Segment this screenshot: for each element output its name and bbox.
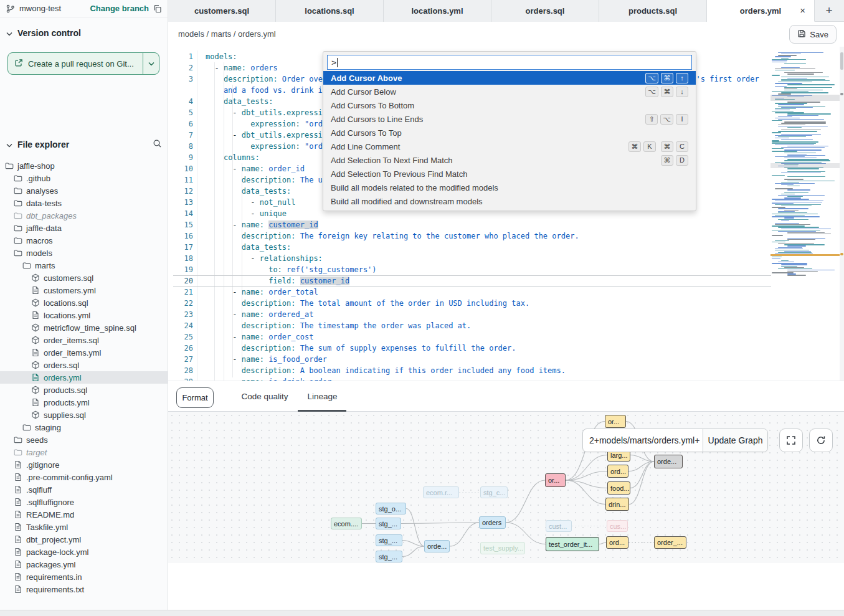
- code-line-23[interactable]: 23 - name: ordered_at: [173, 309, 771, 320]
- tab-locations.yml[interactable]: locations.yml: [384, 0, 491, 22]
- code-line-21[interactable]: 21 - name: order_total: [173, 287, 771, 298]
- tree-item-products.sql[interactable]: products.sql: [0, 384, 168, 396]
- code-line-19[interactable]: 19 to: ref('stg_customers'): [173, 264, 771, 275]
- tree-item-Taskfile.yml[interactable]: Taskfile.yml: [0, 521, 168, 533]
- tree-item-orders.yml[interactable]: orders.yml: [0, 371, 168, 384]
- tree-item-analyses[interactable]: analyses: [0, 184, 168, 197]
- lineage-node-stg1[interactable]: stg_...: [376, 518, 401, 529]
- command-item-add-selection-to-next-find-match[interactable]: Add Selection To Next Find Match⌘D: [323, 153, 696, 167]
- scrollbar-thumb[interactable]: [840, 52, 843, 70]
- lineage-node-drin[interactable]: drin...: [605, 498, 629, 511]
- tree-item-data-tests[interactable]: data-tests: [0, 197, 168, 209]
- horizontal-scrollbar-strip[interactable]: [0, 610, 844, 616]
- lineage-graph[interactable]: ecom....stg_o...stg_...stg_...stg_...ord…: [168, 412, 844, 563]
- tree-item-order_items.yml[interactable]: order_items.yml: [0, 346, 168, 359]
- code-line-24[interactable]: 24 description: The timestamp the order …: [173, 320, 771, 331]
- tree-item-staging[interactable]: staging: [0, 421, 168, 434]
- tab-locations.sql[interactable]: locations.sql: [276, 0, 384, 22]
- lineage-node-orp[interactable]: or...: [545, 473, 566, 487]
- command-item-add-cursors-to-line-ends[interactable]: Add Cursors to Line Ends⇧⌥I: [323, 112, 696, 126]
- code-line-18[interactable]: 18 - relationships:: [173, 253, 771, 264]
- editor-scrollbar[interactable]: [840, 47, 844, 427]
- fullscreen-button[interactable]: [779, 429, 803, 452]
- lineage-node-torder[interactable]: test_order_it...: [546, 537, 599, 551]
- change-branch-link[interactable]: Change branch: [90, 4, 149, 13]
- code-editor[interactable]: 1models:2 - name: orders3 description: O…: [168, 47, 844, 427]
- code-line-28[interactable]: 28 description: A boolean indicating if …: [173, 365, 771, 376]
- tree-item-marts[interactable]: marts: [0, 259, 168, 272]
- lineage-node-ecomr[interactable]: ecom.r...: [423, 486, 459, 498]
- format-button[interactable]: Format: [176, 387, 214, 408]
- code-line-26[interactable]: 26 description: The sum of supply expens…: [173, 343, 771, 354]
- lineage-node-stg3[interactable]: stg_...: [376, 551, 402, 562]
- command-item-build-all-modified-and-downstream-models[interactable]: Build all modified and downstream models: [323, 194, 696, 208]
- command-item-add-cursors-to-top[interactable]: Add Cursors To Top: [323, 126, 696, 140]
- lineage-node-stgc[interactable]: stg_c...: [480, 486, 508, 498]
- update-graph-button[interactable]: Update Graph: [703, 429, 767, 452]
- tree-item-requirements.txt[interactable]: requirements.txt: [0, 583, 168, 595]
- tree-item-order_items.sql[interactable]: order_items.sql: [0, 334, 168, 346]
- new-tab-button[interactable]: +: [815, 0, 843, 21]
- file-explorer-header[interactable]: File explorer: [0, 135, 168, 154]
- lineage-node-stg2[interactable]: stg_...: [376, 534, 402, 546]
- copy-icon[interactable]: [153, 4, 162, 13]
- tab-customers.sql[interactable]: customers.sql: [168, 0, 276, 22]
- code-line-25[interactable]: 25 - name: order_cost: [173, 331, 771, 343]
- lineage-search-input[interactable]: 2+models/marts/orders.yml+: [583, 429, 703, 452]
- tree-item-products.yml[interactable]: products.yml: [0, 396, 168, 409]
- tab-code-quality[interactable]: Code quality: [234, 381, 296, 412]
- tab-orders.yml[interactable]: orders.yml×: [707, 0, 815, 22]
- tree-item-macros[interactable]: macros: [0, 234, 168, 247]
- tree-item-supplies.sql[interactable]: supplies.sql: [0, 409, 168, 421]
- lineage-node-stgo[interactable]: stg_o...: [376, 503, 406, 514]
- tree-item-.pre-commit-config.yaml[interactable]: .pre-commit-config.yaml: [0, 471, 168, 483]
- tree-item-README.md[interactable]: README.md: [0, 508, 168, 521]
- command-item-add-cursor-below[interactable]: Add Cursor Below⌥⌘↓: [323, 85, 696, 98]
- tree-item-.sqlfluff[interactable]: .sqlfluff: [0, 483, 168, 496]
- create-pr-dropdown[interactable]: [143, 53, 159, 74]
- lineage-node-ordei[interactable]: orde...: [424, 540, 450, 552]
- lineage-node-tsupply[interactable]: test_supply...: [480, 542, 525, 554]
- tree-item-package-lock.yml[interactable]: package-lock.yml: [0, 546, 168, 558]
- tree-item-jaffle-shop[interactable]: jaffle-shop: [0, 159, 168, 172]
- tab-orders.sql[interactable]: orders.sql: [491, 0, 599, 22]
- command-item-add-selection-to-previous-find-match[interactable]: Add Selection To Previous Find Match: [323, 167, 696, 181]
- code-line-20[interactable]: 20 field: customer_id: [173, 275, 771, 287]
- command-item-add-cursor-above[interactable]: Add Cursor Above⌥⌘↑: [323, 71, 696, 85]
- lineage-node-ecom[interactable]: ecom....: [331, 518, 362, 529]
- code-line-22[interactable]: 22 description: The total amount of the …: [173, 298, 771, 309]
- code-line-17[interactable]: 17 data_tests:: [173, 242, 771, 253]
- command-palette-input[interactable]: >: [327, 55, 692, 70]
- lineage-node-ord2[interactable]: ord...: [606, 536, 628, 549]
- tree-item-dbt_project.yml[interactable]: dbt_project.yml: [0, 533, 168, 546]
- code-line-27[interactable]: 27 - name: is_food_order: [173, 354, 771, 365]
- code-line-16[interactable]: 16 description: The foreign key relating…: [173, 230, 771, 242]
- tree-item-metricflow_time_spine.sql[interactable]: metricflow_time_spine.sql: [0, 321, 168, 334]
- command-item-build-all-models-related-to-the-modified-models[interactable]: Build all models related to the modified…: [323, 181, 696, 194]
- command-item-add-line-comment[interactable]: Add Line Comment⌘K⌘C: [323, 140, 696, 153]
- tree-item-locations.sql[interactable]: locations.sql: [0, 296, 168, 309]
- refresh-button[interactable]: [809, 429, 833, 452]
- tree-item-models[interactable]: models: [0, 247, 168, 259]
- tree-item-requirements.in[interactable]: requirements.in: [0, 571, 168, 583]
- tree-item-jaffle-data[interactable]: jaffle-data: [0, 222, 168, 234]
- tree-item-packages.yml[interactable]: packages.yml: [0, 558, 168, 571]
- tab-lineage[interactable]: Lineage: [302, 381, 343, 412]
- close-icon[interactable]: ×: [800, 5, 805, 16]
- tree-item-.github[interactable]: .github: [0, 172, 168, 184]
- lineage-node-ord1[interactable]: ord...: [607, 465, 628, 478]
- tree-item-customers.yml[interactable]: customers.yml: [0, 284, 168, 296]
- lineage-node-cusp[interactable]: cus...: [607, 520, 628, 532]
- tree-item-locations.yml[interactable]: locations.yml: [0, 309, 168, 321]
- lineage-node-orders[interactable]: orders: [479, 516, 506, 529]
- tree-item-.gitignore[interactable]: .gitignore: [0, 458, 168, 471]
- create-pr-split-button[interactable]: Create a pull request on Git...: [7, 52, 159, 75]
- tree-item-customers.sql[interactable]: customers.sql: [0, 272, 168, 284]
- lineage-node-ordeg[interactable]: orde...: [654, 455, 683, 468]
- lineage-node-oy1[interactable]: or...: [605, 415, 626, 428]
- tree-item-orders.sql[interactable]: orders.sql: [0, 359, 168, 371]
- version-control-header[interactable]: Version control: [0, 24, 168, 42]
- tree-item-target[interactable]: target: [0, 446, 168, 458]
- code-line-15[interactable]: 15 - name: customer_id: [173, 219, 771, 230]
- lineage-node-cust[interactable]: cust...: [546, 520, 572, 532]
